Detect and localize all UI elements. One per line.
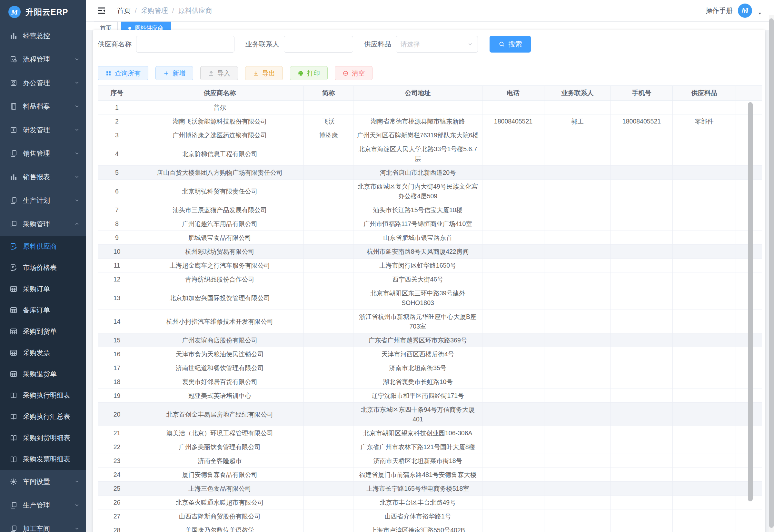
table-row[interactable]: 19冠亚美式英语培训中心辽宁沈阳市和平区南四经街171号	[98, 389, 762, 403]
search-input[interactable]	[284, 36, 353, 53]
sidebar-item-label: 办公管理	[23, 78, 74, 87]
sidebar-item[interactable]: 采购订单	[0, 278, 86, 300]
table-row[interactable]: 17济南世纪道和餐饮管理有限公司济南市北坦南街35号	[98, 361, 762, 375]
sidebar-item[interactable]: 车间设置	[0, 470, 86, 493]
table-cell: 23	[98, 454, 136, 468]
table-row[interactable]: 21澳美洁（北京）环境工程管理有限公司北京市朝阳区望京科技创业园106-306A	[98, 426, 762, 440]
printer-icon	[298, 70, 304, 76]
table-row[interactable]: 13北京加加宏兴国际投资管理有限公司北京市朝阳区东三环中路39号建外SOHO18…	[98, 286, 762, 310]
sidebar-item[interactable]: 销售管理	[0, 142, 86, 165]
table-cell	[304, 231, 353, 245]
toolbar-button[interactable]: 新增	[155, 66, 193, 80]
sidebar-item[interactable]: 采购执行明细表	[0, 385, 86, 406]
sidebar-item[interactable]: 办公管理	[0, 71, 86, 94]
supply-item-select[interactable]: 请选择	[396, 36, 478, 53]
table-header-row: 序号供应商名称简称公司地址电话业务联系人手机号供应料品	[98, 86, 762, 101]
table-row[interactable]: 10杭州彩球坊贸易有限公司杭州市延安南路8号天风商厦422房间	[98, 245, 762, 259]
table-row[interactable]: 6北京明弘科贸有限责任公司北京市西城区复兴门内大街49号民族文化宫办公楼4层50…	[98, 180, 762, 203]
sidebar-item[interactable]: 市场价格表	[0, 257, 86, 278]
sidebar-item[interactable]: 原料供应商	[0, 236, 86, 257]
doc-edit-icon	[10, 264, 17, 271]
breadcrumb-separator: /	[172, 7, 174, 15]
table-cell	[482, 375, 544, 389]
toolbar-button-label: 导出	[262, 69, 275, 78]
table-row[interactable]: 7汕头市三辰蓝猫产品发展有限公司汕头市长江路15号信宝大厦10楼	[98, 203, 762, 217]
toolbar-button[interactable]: 打印	[290, 66, 328, 80]
table-row[interactable]: 9肥城银宝食品有限公司山东省肥城市银宝路东首	[98, 231, 762, 245]
table-row[interactable]: 25上海三色食品有限公司上海市长宁路165号华电商务楼518室	[98, 482, 762, 496]
table-row[interactable]: 5唐山百货大楼集团八方购物广场有限责任公司河北省唐山市北新西道20号	[98, 166, 762, 180]
tab[interactable]: 首页	[94, 22, 118, 30]
sidebar-item[interactable]: 采购发票明细表	[0, 448, 86, 470]
column-header	[736, 86, 762, 101]
sidebar-item[interactable]: 采购到货明细表	[0, 427, 86, 448]
sidebar-item[interactable]: 采购执行汇总表	[0, 406, 86, 427]
sidebar-item[interactable]: 流程管理	[0, 47, 86, 71]
table-cell	[482, 333, 544, 347]
table-row[interactable]: 1普尔	[98, 101, 762, 114]
tab[interactable]: 原料供应商	[121, 22, 171, 30]
table-cell: 北京市海淀区人民大学北路33号1号楼5.6.7层	[353, 142, 482, 166]
table-row[interactable]: 28美国康乃尔数位美语教学上海市卢湾区徐家汇路550号402B	[98, 523, 762, 532]
table-row[interactable]: 11上海超金鹰车之行汽车服务有限公司上海市闵行区虹华路1650号	[98, 259, 762, 272]
table-cell: 河北省唐山市北新西道20号	[353, 166, 482, 180]
table-row[interactable]: 15广州友谊商店股份有限公司广东省广州市越秀区环市东路369号	[98, 333, 762, 347]
toolbar-button[interactable]: 清空	[335, 66, 372, 80]
table-row[interactable]: 4北京阶梯信息工程有限公司北京市海淀区人民大学北路33号1号楼5.6.7层	[98, 142, 762, 166]
toolbar-button[interactable]: 导入	[200, 66, 238, 80]
table-cell: 广州友谊商店股份有限公司	[136, 333, 304, 347]
table-row[interactable]: 3广州博济康之选医药连锁有限公司博济康广州天河区石牌新岗栏76319部队东大院6…	[98, 128, 762, 142]
sidebar-item[interactable]: 采购退货单	[0, 363, 86, 385]
table-row[interactable]: 8广州追趣汽车用品有限公司广州市恒福路117号锦恒商业广场410室	[98, 217, 762, 231]
sidebar-item[interactable]: 采购发票	[0, 342, 86, 363]
sidebar-item[interactable]: 销售报表	[0, 165, 86, 189]
table-cell: 8	[98, 217, 136, 231]
breadcrumb-home[interactable]: 首页	[117, 6, 131, 15]
table-cell	[673, 245, 736, 259]
sidebar-item[interactable]: 料品档案	[0, 94, 86, 118]
breadcrumb: 首页 / 采购管理 / 原料供应商	[117, 6, 212, 15]
column-header: 序号	[98, 86, 136, 101]
table-cell	[544, 403, 611, 426]
column-header: 供应料品	[673, 86, 736, 101]
table-row[interactable]: 27山西吉隆斯商贸股份有限公司山西省介休市裕华路1号	[98, 509, 762, 523]
table-row[interactable]: 22广州多美丽饮食管理有限公司广东省广州市农林下路121号国叶大厦8楼	[98, 440, 762, 454]
table-cell	[673, 272, 736, 286]
table-row[interactable]: 16天津市食为天粮油便民连锁公司天津市河西区西楼后街4号	[98, 347, 762, 361]
table-row[interactable]: 20北京首创金丰易居房地产经纪有限公司北京市东城区东四十条94号万信商务大厦40…	[98, 403, 762, 426]
sidebar-item[interactable]: 加工车间	[0, 517, 86, 532]
table-row[interactable]: 18襄樊市好邻居百货有限公司湖北省襄樊市长虹路10号	[98, 375, 762, 389]
window-scrollbar[interactable]	[769, 18, 774, 528]
table-cell: 12	[98, 272, 136, 286]
collapse-menu-icon[interactable]	[96, 6, 107, 15]
upload-icon	[208, 70, 214, 76]
sidebar-item[interactable]: 生产计划	[0, 189, 86, 212]
table-vertical-scrollbar[interactable]	[748, 102, 753, 501]
table-cell: 北京市东城区东四十条94号万信商务大厦401	[353, 403, 482, 426]
user-menu-caret-icon[interactable]	[757, 11, 762, 16]
search-input[interactable]	[136, 36, 234, 53]
sidebar-item[interactable]: 研发管理	[0, 118, 86, 142]
table-row[interactable]: 23济南全客隆超市济南市天桥区北坦新菜市街18号	[98, 454, 762, 468]
table-cell	[304, 259, 353, 272]
table-cell	[482, 403, 544, 426]
sidebar-item[interactable]: 经营总控	[0, 24, 86, 47]
table-cell	[304, 180, 353, 203]
table-row[interactable]: 14杭州小拇指汽车维修技术开发有限公司浙江省杭州市新塘路元华旺座中心大厦B座70…	[98, 310, 762, 333]
toolbar-button[interactable]: 导出	[245, 66, 283, 80]
table-row[interactable]: 24厦门安德鲁森食品有限公司福建省厦门市前蒲东路481号安德鲁森大楼	[98, 468, 762, 482]
toolbar: 查询所有新增导入导出打印清空	[97, 53, 761, 85]
column-header: 公司地址	[353, 86, 482, 101]
table-icon	[10, 328, 17, 335]
sidebar-item[interactable]: 采购管理	[0, 212, 86, 236]
toolbar-button[interactable]: 查询所有	[98, 66, 148, 80]
sidebar-item[interactable]: 采购到货单	[0, 321, 86, 342]
table-row[interactable]: 12青海纺织品股份合作公司西宁西关大街46号	[98, 272, 762, 286]
manual-link[interactable]: 操作手册	[706, 6, 733, 15]
sidebar-item[interactable]: 生产管理	[0, 493, 86, 517]
avatar[interactable]: M	[738, 4, 752, 18]
search-button[interactable]: 搜索	[490, 36, 531, 53]
table-row[interactable]: 2湖南飞沃新能源科技股份有限公司飞沃湖南省常德市桃源县陬市镇东新路1800840…	[98, 114, 762, 128]
table-row[interactable]: 26北京圣火暖通水暖超市有限公司北京市丰台区丰台北路49号	[98, 496, 762, 509]
sidebar-item[interactable]: 备库订单	[0, 300, 86, 321]
